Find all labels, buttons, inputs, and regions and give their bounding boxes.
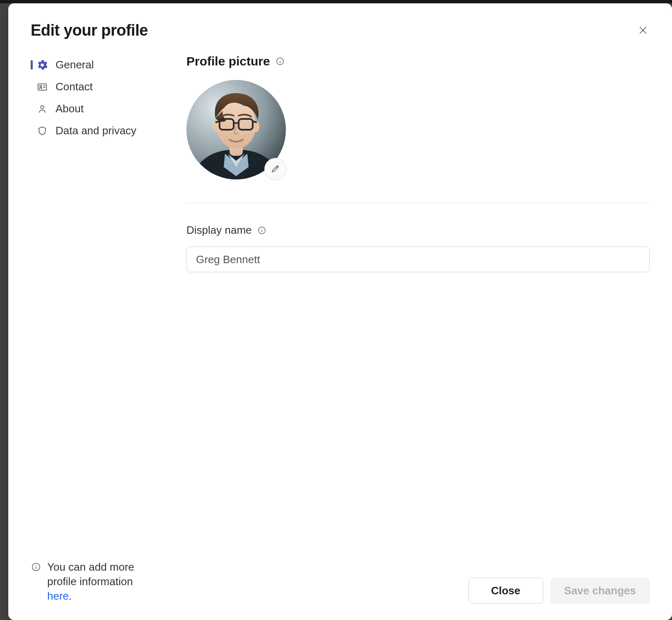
profile-picture-heading: Profile picture: [186, 54, 650, 68]
svg-point-12: [280, 60, 280, 60]
close-button[interactable]: [636, 24, 650, 37]
hint-prefix: You can add more profile information: [47, 561, 134, 588]
display-name-label-text: Display name: [186, 224, 252, 237]
more-info-link[interactable]: here: [47, 590, 69, 602]
modal-title: Edit your profile: [31, 22, 148, 39]
edit-avatar-button[interactable]: [264, 158, 287, 180]
sidebar-item-label: General: [56, 58, 94, 71]
display-name-input[interactable]: [186, 247, 650, 272]
shield-icon: [36, 125, 48, 137]
modal-header: Edit your profile: [31, 22, 650, 39]
avatar-container: [186, 80, 286, 179]
svg-point-6: [41, 105, 44, 109]
close-action-button[interactable]: Close: [469, 578, 543, 603]
contact-card-icon: [36, 81, 48, 93]
info-icon[interactable]: [275, 56, 285, 66]
svg-point-27: [261, 228, 262, 229]
footer-actions: Close Save changes: [186, 561, 650, 603]
person-icon: [36, 103, 48, 115]
svg-line-22: [215, 121, 220, 122]
sidebar-item-about[interactable]: About: [31, 98, 163, 119]
sidebar-item-general[interactable]: General: [31, 54, 163, 75]
sidebar-hint: You can add more profile information her…: [31, 560, 163, 603]
display-name-label: Display name: [186, 224, 650, 237]
sidebar-nav: General Contact: [31, 54, 163, 141]
save-changes-button[interactable]: Save changes: [551, 578, 650, 603]
svg-point-3: [40, 85, 42, 87]
sidebar-item-contact[interactable]: Contact: [31, 76, 163, 97]
pencil-icon: [271, 164, 280, 175]
sidebar-item-label: Contact: [56, 80, 93, 93]
svg-rect-2: [38, 84, 47, 90]
info-icon: [31, 562, 41, 572]
info-icon[interactable]: [257, 225, 267, 235]
gear-icon: [36, 59, 48, 71]
divider: [186, 203, 650, 203]
svg-line-24: [276, 167, 278, 168]
sidebar-hint-text: You can add more profile information her…: [47, 560, 159, 603]
svg-point-9: [36, 565, 36, 565]
content-pane: Profile picture: [186, 54, 650, 603]
sidebar-item-label: Data and privacy: [56, 124, 136, 137]
svg-line-23: [253, 121, 257, 122]
profile-picture-heading-text: Profile picture: [186, 54, 270, 68]
hint-suffix: .: [69, 590, 72, 602]
sidebar: General Contact: [31, 54, 163, 603]
sidebar-item-data-privacy[interactable]: Data and privacy: [31, 120, 163, 141]
edit-profile-modal: Edit your profile General: [8, 3, 672, 620]
close-icon: [638, 26, 648, 36]
sidebar-item-label: About: [56, 102, 84, 115]
